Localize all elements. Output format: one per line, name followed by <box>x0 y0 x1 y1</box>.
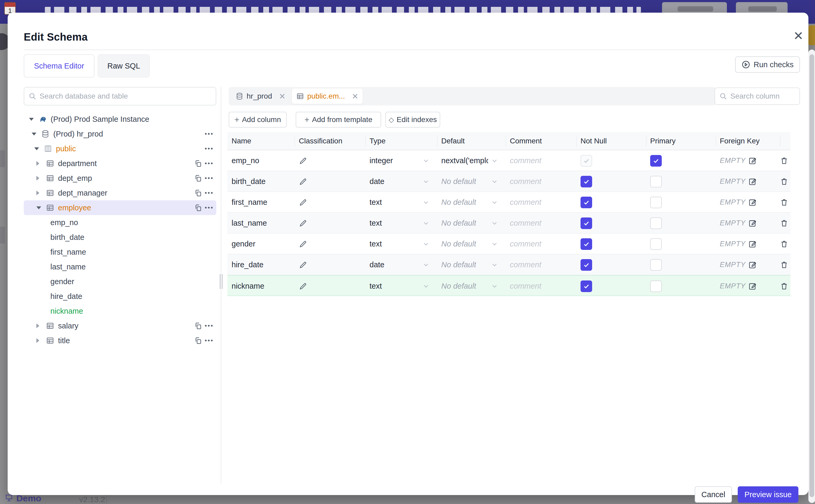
column-name[interactable]: first_name <box>227 192 294 213</box>
primary-checkbox[interactable] <box>650 259 662 271</box>
delete-icon[interactable] <box>780 219 788 227</box>
add-column-button[interactable]: + Add column <box>229 112 287 128</box>
delete-icon[interactable] <box>780 177 788 186</box>
primary-checkbox[interactable] <box>650 176 662 187</box>
search-column-input[interactable]: Search column <box>715 88 800 105</box>
default-select[interactable]: No default <box>437 276 506 297</box>
foreign-key-cell[interactable]: EMPTY <box>716 192 780 213</box>
type-select[interactable]: date <box>365 254 437 275</box>
not-null-checkbox[interactable] <box>581 238 592 250</box>
delete-icon[interactable] <box>780 282 788 290</box>
default-select[interactable]: No default <box>437 171 506 192</box>
search-database-input[interactable]: Search database and table <box>24 87 216 105</box>
tree-item-table-dept-emp[interactable]: dept_emp ••• <box>24 171 216 186</box>
tree-item-column-birth-date[interactable]: birth_date <box>24 230 216 245</box>
delete-icon[interactable] <box>780 157 788 165</box>
panel-resize-handle[interactable] <box>218 273 224 290</box>
column-name[interactable]: last_name <box>227 213 294 234</box>
not-null-checkbox[interactable] <box>581 197 592 208</box>
delete-icon[interactable] <box>780 261 788 269</box>
more-actions-icon[interactable]: ••• <box>204 160 215 167</box>
type-select[interactable]: text <box>365 234 437 254</box>
foreign-key-cell[interactable]: EMPTY <box>716 150 780 171</box>
edit-icon[interactable] <box>748 219 757 227</box>
classification-cell[interactable] <box>294 213 365 234</box>
edit-icon[interactable] <box>748 261 757 269</box>
tree-item-table-employee[interactable]: employee ••• <box>24 200 216 215</box>
copy-icon[interactable] <box>192 174 204 182</box>
tree-item-schema[interactable]: public ••• <box>24 141 216 156</box>
type-select[interactable]: integer <box>365 150 437 171</box>
chevron-right-icon[interactable] <box>36 338 46 343</box>
primary-checkbox[interactable] <box>650 238 662 250</box>
tree-item-column-gender[interactable]: gender <box>24 274 216 289</box>
edit-indexes-button[interactable]: ◇ Edit indexes <box>385 112 440 128</box>
scrollbar-thumb[interactable] <box>809 54 814 497</box>
chevron-right-icon[interactable] <box>36 191 46 195</box>
tree-item-table-dept-manager[interactable]: dept_manager ••• <box>24 186 216 200</box>
delete-icon[interactable] <box>780 240 788 248</box>
classification-cell[interactable] <box>294 234 365 254</box>
more-actions-icon[interactable]: ••• <box>204 175 215 181</box>
copy-icon[interactable] <box>192 159 204 167</box>
chevron-right-icon[interactable] <box>36 323 46 328</box>
default-select[interactable]: No default <box>437 234 506 254</box>
primary-checkbox[interactable] <box>650 197 662 208</box>
foreign-key-cell[interactable]: EMPTY <box>716 234 780 254</box>
more-actions-icon[interactable]: ••• <box>204 190 215 196</box>
more-actions-icon[interactable]: ••• <box>204 205 215 211</box>
edit-icon[interactable] <box>748 198 757 207</box>
column-name[interactable]: hire_date <box>227 254 294 275</box>
copy-icon[interactable] <box>192 204 204 212</box>
type-select[interactable]: date <box>365 171 437 192</box>
type-select[interactable]: text <box>365 276 437 297</box>
copy-icon[interactable] <box>192 189 204 197</box>
edit-icon[interactable] <box>748 157 757 165</box>
column-name[interactable]: birth_date <box>227 171 294 192</box>
not-null-checkbox[interactable] <box>581 280 592 292</box>
default-select[interactable]: No default <box>437 254 506 275</box>
cancel-button[interactable]: Cancel <box>695 486 732 503</box>
chevron-down-icon[interactable] <box>34 147 44 150</box>
classification-cell[interactable] <box>294 171 365 192</box>
close-icon[interactable]: ✕ <box>790 27 807 44</box>
copy-icon[interactable] <box>192 322 204 330</box>
edit-icon[interactable] <box>748 282 757 290</box>
edit-icon[interactable] <box>748 240 757 248</box>
comment-input[interactable]: comment <box>506 234 576 254</box>
default-select[interactable]: nextval('employ <box>437 150 506 171</box>
not-null-checkbox[interactable] <box>581 259 592 271</box>
more-actions-icon[interactable]: ••• <box>204 146 215 152</box>
tree-item-table-department[interactable]: department ••• <box>24 156 216 171</box>
tree-item-column-nickname[interactable]: nickname <box>24 304 216 318</box>
default-select[interactable]: No default <box>437 213 506 234</box>
classification-cell[interactable] <box>294 150 365 171</box>
tree-item-database[interactable]: (Prod) hr_prod ••• <box>24 127 216 141</box>
chevron-right-icon[interactable] <box>36 176 46 181</box>
more-actions-icon[interactable]: ••• <box>204 131 215 137</box>
tree-item-table-salary[interactable]: salary ••• <box>24 318 216 333</box>
primary-checkbox[interactable] <box>650 155 662 167</box>
tree-item-column-emp-no[interactable]: emp_no <box>24 215 216 230</box>
classification-cell[interactable] <box>294 276 365 297</box>
foreign-key-cell[interactable]: EMPTY <box>716 171 780 192</box>
not-null-checkbox[interactable] <box>581 217 592 229</box>
column-name[interactable]: emp_no <box>227 150 294 171</box>
preview-issue-button[interactable]: Preview issue <box>738 486 798 503</box>
foreign-key-cell[interactable]: EMPTY <box>716 276 780 297</box>
not-null-checkbox[interactable] <box>581 176 592 187</box>
column-name[interactable]: gender <box>227 234 294 254</box>
comment-input[interactable]: comment <box>506 276 576 297</box>
type-select[interactable]: text <box>365 192 437 213</box>
tree-item-column-hire-date[interactable]: hire_date <box>24 289 216 304</box>
copy-icon[interactable] <box>192 337 204 345</box>
more-actions-icon[interactable]: ••• <box>204 323 215 329</box>
tree-item-table-title[interactable]: title ••• <box>24 333 216 348</box>
tab-schema-editor[interactable]: Schema Editor <box>24 54 94 77</box>
column-name[interactable]: nickname <box>227 276 294 297</box>
run-checks-button[interactable]: Run checks <box>735 56 800 73</box>
default-select[interactable]: No default <box>437 192 506 213</box>
primary-checkbox[interactable] <box>650 280 662 292</box>
comment-input[interactable]: comment <box>506 150 576 171</box>
comment-input[interactable]: comment <box>506 192 576 213</box>
